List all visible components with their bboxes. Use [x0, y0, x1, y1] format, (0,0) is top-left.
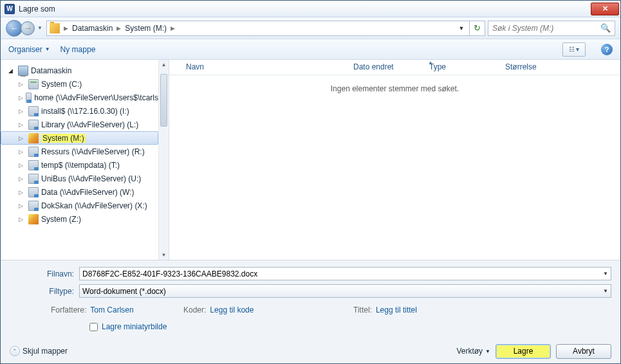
breadcrumb-dropdown-icon[interactable]: ▼	[456, 25, 467, 32]
expand-icon[interactable]: ▷	[19, 149, 26, 155]
expand-icon[interactable]: ▷	[19, 176, 26, 182]
save-form: Filnavn: D8768F2C-E852-401F-9323-136CAAB…	[1, 260, 620, 339]
close-button[interactable]: ✕	[591, 3, 619, 15]
tree-item[interactable]: ▷System (Z:)	[1, 212, 158, 226]
system-drive-icon	[28, 214, 39, 224]
add-tags-link[interactable]: Legg til kode	[210, 305, 254, 314]
expand-icon[interactable]: ▷	[19, 95, 23, 101]
tree-item[interactable]: ▷install$ (\\172.16.0.30) (I:)	[1, 104, 158, 118]
chevron-right-icon[interactable]: ▶	[62, 25, 70, 32]
column-header-size[interactable]: Størrelse	[500, 60, 576, 75]
cancel-button[interactable]: Avbryt	[556, 344, 611, 359]
help-button[interactable]: ?	[601, 44, 613, 55]
file-list-pane: ▴ Navn Dato endret Type Størrelse Ingen …	[169, 60, 620, 260]
search-icon[interactable]: 🔍	[600, 23, 611, 33]
thumbnail-checkbox-input[interactable]	[89, 323, 98, 331]
tree-item-selected[interactable]: ▷System (M:)	[1, 131, 158, 145]
drive-icon	[28, 79, 39, 89]
hide-folders-toggle[interactable]: ⌃Skjul mapper	[10, 346, 68, 356]
new-folder-button[interactable]: Ny mappe	[60, 45, 96, 54]
scroll-up-icon[interactable]: ▲	[159, 62, 169, 68]
tree-item[interactable]: ▷System (C:)	[1, 77, 158, 91]
column-header-date[interactable]: Dato endret	[348, 60, 424, 75]
sort-indicator-icon: ▴	[429, 60, 432, 65]
chevron-down-icon[interactable]: ▼	[603, 271, 608, 277]
network-drive-icon	[28, 147, 39, 157]
expand-icon[interactable]: ▷	[19, 189, 26, 196]
filetype-dropdown[interactable]: Word-dokument (*.docx)▼	[79, 284, 611, 298]
system-drive-icon	[28, 133, 39, 143]
tree-root-computer[interactable]: ◢ Datamaskin	[1, 64, 158, 77]
search-input[interactable]	[492, 24, 600, 33]
network-drive-icon	[28, 187, 39, 197]
expand-icon[interactable]: ▷	[19, 108, 26, 114]
folder-icon	[50, 23, 60, 33]
network-drive-icon	[28, 106, 39, 116]
titlebar: W Lagre som ✕	[1, 1, 620, 17]
search-box[interactable]: 🔍	[488, 21, 615, 36]
folder-tree[interactable]: ◢ Datamaskin ▷System (C:) ▷home (\\AdvFi…	[1, 60, 158, 260]
tools-menu[interactable]: Verktøy▼	[456, 347, 490, 356]
tags-label: Koder:	[183, 305, 206, 314]
network-drive-icon	[26, 93, 32, 103]
view-options-button[interactable]: ☷ ▾	[562, 42, 586, 57]
title-meta-label: Tittel:	[353, 305, 372, 314]
network-drive-icon	[28, 201, 39, 211]
chevron-right-icon[interactable]: ▶	[115, 25, 122, 32]
network-drive-icon	[28, 160, 39, 170]
network-drive-icon	[28, 120, 39, 130]
history-dropdown-icon[interactable]: ▼	[37, 25, 44, 31]
network-drive-icon	[28, 174, 39, 184]
chevron-down-icon[interactable]: ▼	[603, 288, 608, 294]
window-title: Lagre som	[19, 5, 55, 14]
tree-item[interactable]: ▷temp$ (\\tempdata) (T:)	[1, 158, 158, 172]
save-thumbnail-checkbox[interactable]: Lagre miniatyrbilde	[89, 322, 611, 331]
collapse-icon[interactable]: ◢	[8, 68, 15, 74]
dialog-footer: ⌃Skjul mapper Verktøy▼ Lagre Avbryt	[1, 339, 620, 363]
tree-item[interactable]: ▷UniBus (\\AdvFileServer) (U:)	[1, 172, 158, 185]
dialog-body: ◢ Datamaskin ▷System (C:) ▷home (\\AdvFi…	[1, 60, 620, 260]
authors-value[interactable]: Tom Carlsen	[90, 305, 133, 314]
toolbar: Organiser▼ Ny mappe ☷ ▾ ?	[1, 39, 620, 60]
tree-item[interactable]: ▷Data (\\AdvFileServer) (W:)	[1, 185, 158, 199]
computer-icon	[18, 66, 28, 76]
tree-item[interactable]: ▷Ressurs (\\AdvFileServer) (R:)	[1, 145, 158, 158]
chevron-up-icon: ⌃	[10, 346, 20, 356]
tree-scrollbar[interactable]: ▲ ▼	[158, 60, 169, 260]
add-title-link[interactable]: Legg til tittel	[376, 305, 417, 314]
folder-tree-pane: ◢ Datamaskin ▷System (C:) ▷home (\\AdvFi…	[1, 60, 169, 260]
column-header-name[interactable]: Navn	[181, 60, 348, 75]
tree-item[interactable]: ▷home (\\AdvFileServer\Users$\tcarls	[1, 91, 158, 104]
expand-icon[interactable]: ▷	[19, 162, 26, 168]
column-headers: ▴ Navn Dato endret Type Størrelse	[169, 60, 620, 75]
expand-icon[interactable]: ▷	[19, 203, 26, 209]
expand-icon[interactable]: ▷	[19, 216, 26, 223]
chevron-down-icon: ▼	[485, 349, 490, 354]
empty-list-message: Ingen elementer stemmer med søket.	[169, 75, 620, 260]
expand-icon[interactable]: ▷	[19, 135, 26, 141]
expand-icon[interactable]: ▷	[19, 122, 26, 128]
scroll-down-icon[interactable]: ▼	[159, 252, 169, 258]
tree-item[interactable]: ▷DokSkan (\\AdvFileServer) (X:)	[1, 199, 158, 212]
filename-input[interactable]: D8768F2C-E852-401F-9323-136CAABE9832.doc…	[79, 267, 611, 280]
word-app-icon: W	[5, 4, 15, 14]
navigation-bar: ← → ▼ ▶ Datamaskin ▶ System (M:) ▶ ▼ ↻ 🔍	[1, 17, 620, 39]
authors-label: Forfattere:	[51, 305, 86, 314]
breadcrumb[interactable]: ▶ Datamaskin ▶ System (M:) ▶ ▼	[46, 21, 470, 36]
breadcrumb-segment[interactable]: Datamaskin	[70, 24, 115, 33]
save-as-dialog: W Lagre som ✕ ← → ▼ ▶ Datamaskin ▶ Syste…	[0, 0, 621, 364]
organize-menu[interactable]: Organiser▼	[8, 45, 50, 54]
filename-label: Filnavn:	[10, 269, 79, 278]
save-button[interactable]: Lagre	[496, 344, 551, 359]
breadcrumb-segment[interactable]: System (M:)	[122, 24, 169, 33]
tree-item[interactable]: ▷Library (\\AdvFileServer) (L:)	[1, 118, 158, 131]
chevron-right-icon[interactable]: ▶	[169, 25, 176, 32]
chevron-down-icon: ▼	[45, 46, 50, 52]
filetype-label: Filtype:	[10, 287, 79, 296]
forward-button[interactable]: →	[21, 21, 35, 35]
expand-icon[interactable]: ▷	[19, 81, 26, 87]
refresh-button[interactable]: ↻	[470, 21, 485, 36]
column-header-type[interactable]: Type	[424, 60, 500, 75]
